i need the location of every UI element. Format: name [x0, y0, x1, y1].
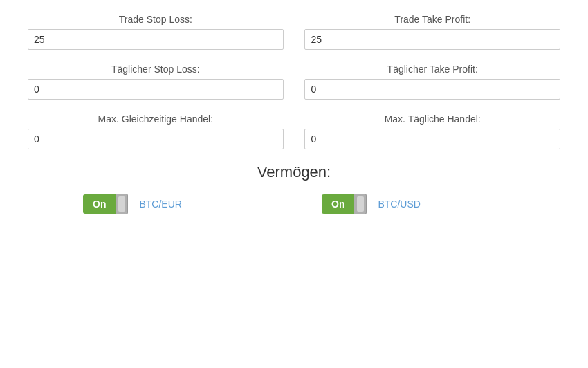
asset-left-label: BTC/EUR — [139, 199, 181, 210]
trade-stop-loss-label: Trade Stop Loss: — [119, 14, 192, 25]
max-concurrent-input[interactable] — [28, 129, 284, 149]
daily-take-profit-group: Täglicher Take Profit: — [304, 64, 560, 100]
row-1: Trade Stop Loss: Trade Take Profit: — [28, 14, 560, 50]
daily-stop-loss-label: Täglicher Stop Loss: — [111, 64, 200, 75]
section-title: Vermögen: — [28, 163, 560, 181]
toggle-right-button[interactable]: On — [322, 194, 354, 214]
trade-take-profit-group: Trade Take Profit: — [304, 14, 560, 50]
trade-take-profit-input[interactable] — [304, 29, 560, 50]
asset-right-col: On BTC/USD — [294, 194, 533, 214]
asset-left-col: On BTC/EUR — [55, 194, 294, 214]
max-concurrent-label: Max. Gleichzeitige Handel: — [98, 113, 214, 125]
toggle-right-slider[interactable] — [354, 194, 367, 214]
toggle-left-button[interactable]: On — [83, 194, 116, 214]
toggle-left-slider[interactable] — [116, 194, 128, 214]
toggle-left-wrapper: On — [83, 194, 128, 214]
daily-take-profit-input[interactable] — [304, 79, 560, 100]
toggle-right-wrapper: On — [322, 194, 367, 214]
max-daily-label: Max. Tägliche Handel: — [385, 113, 481, 125]
trade-stop-loss-group: Trade Stop Loss: — [28, 14, 284, 50]
asset-right-label: BTC/USD — [378, 199, 420, 210]
asset-right-group: On BTC/USD — [322, 194, 421, 214]
main-container: Trade Stop Loss: Trade Take Profit: Tägl… — [0, 0, 588, 228]
asset-left-group: On BTC/EUR — [83, 194, 182, 214]
trade-take-profit-label: Trade Take Profit: — [394, 14, 470, 25]
row-2: Täglicher Stop Loss: Täglicher Take Prof… — [28, 64, 560, 100]
daily-stop-loss-group: Täglicher Stop Loss: — [28, 64, 284, 100]
assets-row: On BTC/EUR On BTC/USD — [28, 194, 560, 214]
max-daily-group: Max. Tägliche Handel: — [304, 113, 560, 149]
daily-take-profit-label: Täglicher Take Profit: — [387, 64, 478, 75]
trade-stop-loss-input[interactable] — [28, 29, 284, 50]
daily-stop-loss-input[interactable] — [28, 79, 284, 100]
max-daily-input[interactable] — [304, 129, 560, 149]
row-3: Max. Gleichzeitige Handel: Max. Tägliche… — [28, 113, 560, 149]
max-concurrent-group: Max. Gleichzeitige Handel: — [28, 113, 284, 149]
